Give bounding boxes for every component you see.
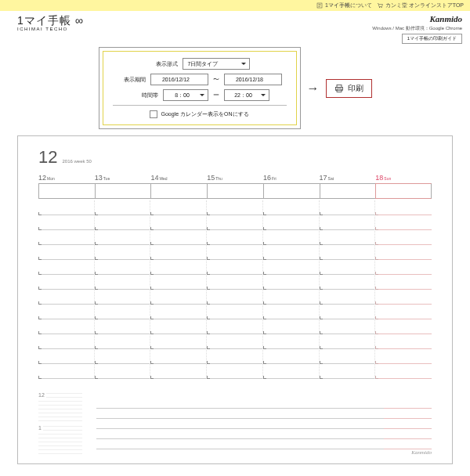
env-text: Windows / Mac 動作環境：Google Chrome: [372, 25, 462, 32]
time-slot: [263, 364, 319, 379]
time-slot: [375, 200, 432, 215]
time-slot: [263, 349, 319, 364]
date-to-input[interactable]: 2016/12/18: [224, 74, 282, 85]
time-to-select[interactable]: 22：00: [224, 89, 269, 101]
time-slot: [150, 319, 206, 334]
time-slot: [320, 349, 375, 364]
time-slot: [95, 349, 150, 364]
format-label: 表示形式: [150, 60, 178, 68]
time-slot: [320, 230, 375, 245]
time-slot: [150, 260, 206, 275]
month-number: 12: [38, 147, 57, 168]
time-slot: [150, 275, 206, 290]
day-header: 12Mon: [38, 174, 95, 182]
time-slot: [320, 319, 375, 334]
time-slot: [375, 364, 432, 379]
time-slot: [38, 290, 94, 305]
mini-month: [38, 393, 82, 423]
day-slots: [150, 200, 207, 379]
time-slot: [263, 245, 319, 260]
time-slot: [320, 245, 375, 260]
time-slot: [150, 245, 206, 260]
time-slot: [38, 334, 94, 349]
time-slot: [375, 260, 432, 275]
year-week: 2016 week 50: [62, 159, 91, 164]
day-slots: [95, 200, 151, 379]
time-slot: [263, 319, 319, 334]
time-slot: [207, 215, 262, 230]
time-slot: [375, 215, 432, 230]
time-slot: [207, 200, 262, 215]
settings-row: 表示形式 7日間タイプ 表示期間 2016/12/12 〜 2016/12/18…: [0, 47, 470, 129]
sheet-header: 12 2016 week 50: [38, 147, 432, 168]
time-from-select[interactable]: 8：00: [163, 89, 208, 101]
time-slot: [95, 290, 150, 305]
time-slot: [263, 290, 319, 305]
time-slot: [375, 334, 432, 349]
logo: 1マイ手帳 ∞ ICHIMAI TECHO: [17, 14, 84, 31]
time-slot: [95, 305, 150, 319]
time-slot: [375, 305, 432, 319]
day-allday-box: [263, 183, 320, 199]
time-slot: [207, 349, 262, 364]
day-column: 16Fri: [263, 174, 320, 379]
time-slot: [375, 275, 432, 290]
day-header: 14Wed: [150, 174, 207, 182]
about-label: 1マイ手帳について: [325, 2, 372, 9]
footer-brand: Kanmido: [411, 449, 432, 456]
time-slot: [38, 349, 94, 364]
time-slot: [320, 290, 375, 305]
day-column: 17Sat: [320, 174, 376, 379]
time-slot: [320, 305, 375, 319]
format-select[interactable]: 7日間タイプ: [183, 58, 250, 70]
time-slot: [150, 305, 206, 319]
time-separator: ー: [213, 91, 219, 99]
sheet-bottom: Kanmido: [38, 393, 432, 456]
top-bar: 1マイ手帳について カンミ堂 オンラインストアTOP: [0, 0, 470, 11]
day-allday-box: [38, 183, 95, 199]
time-slot: [150, 334, 206, 349]
day-slots: [375, 200, 432, 379]
day-column: 15Thu: [207, 174, 263, 379]
time-slot: [38, 200, 94, 215]
about-link[interactable]: 1マイ手帳について: [316, 2, 372, 9]
day-slots: [320, 200, 376, 379]
gcal-checkbox[interactable]: [150, 110, 157, 118]
time-slot: [95, 215, 150, 230]
time-slot: [263, 230, 319, 245]
time-slot: [207, 230, 262, 245]
time-slot: [375, 230, 432, 245]
time-slot: [207, 260, 262, 275]
gcal-row: Google カレンダー表示をONにする: [113, 105, 287, 118]
time-slot: [150, 200, 206, 215]
day-columns: 12Mon13Tue14Wed15Thu16Fri17Sat18Sun: [38, 174, 432, 379]
time-slot: [150, 230, 206, 245]
mini-calendars: [38, 393, 82, 456]
date-separator: 〜: [213, 75, 219, 84]
time-slot: [95, 260, 150, 275]
store-link[interactable]: カンミ堂 オンラインストアTOP: [377, 2, 464, 9]
time-slot: [150, 364, 206, 379]
svg-rect-3: [337, 85, 342, 87]
day-allday-box: [207, 183, 263, 199]
time-slot: [207, 275, 262, 290]
print-guide-button[interactable]: 1マイ手帳の印刷ガイド: [402, 34, 462, 44]
cart-icon: [377, 2, 383, 9]
time-slot: [95, 364, 150, 379]
day-column: 13Tue: [95, 174, 151, 379]
time-slot: [207, 290, 262, 305]
time-slot: [150, 290, 206, 305]
time-slot: [207, 364, 262, 379]
settings-panel: 表示形式 7日間タイプ 表示期間 2016/12/12 〜 2016/12/18…: [103, 51, 297, 125]
time-slot: [207, 334, 262, 349]
time-slot: [207, 245, 262, 260]
time-slot: [320, 200, 375, 215]
day-slots: [38, 200, 95, 379]
print-button[interactable]: 印刷: [326, 79, 372, 98]
time-slot: [38, 364, 94, 379]
date-from-input[interactable]: 2016/12/12: [150, 74, 208, 85]
time-slot: [320, 364, 375, 379]
day-header: 17Sat: [320, 174, 376, 182]
time-slot: [207, 305, 262, 319]
time-slot: [207, 319, 262, 334]
